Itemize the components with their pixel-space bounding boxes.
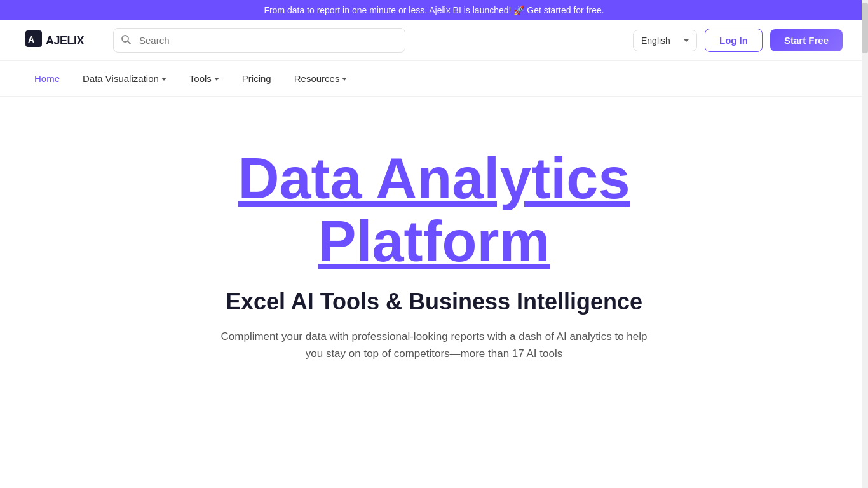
search-icon — [121, 34, 131, 47]
header: A AJELIX English Spanish French German L… — [0, 20, 868, 61]
scrollbar-thumb[interactable] — [862, 3, 868, 53]
chevron-down-icon — [214, 78, 219, 81]
hero-section: Data Analytics Platform Excel AI Tools &… — [0, 97, 868, 388]
svg-line-4 — [128, 41, 130, 44]
chevron-down-icon — [342, 78, 347, 81]
hero-subtitle: Excel AI Tools & Business Intelligence — [226, 288, 642, 315]
nav-item-tools[interactable]: Tools — [180, 68, 228, 89]
svg-text:A: A — [28, 34, 34, 44]
start-free-button[interactable]: Start Free — [770, 29, 843, 51]
nav-item-resources[interactable]: Resources — [285, 68, 356, 89]
logo-svg: A AJELIX — [25, 30, 95, 51]
nav-item-pricing[interactable]: Pricing — [233, 68, 280, 89]
scrollbar-track[interactable] — [862, 0, 868, 388]
svg-text:AJELIX: AJELIX — [46, 34, 85, 47]
nav-item-data-visualization[interactable]: Data Visualization — [74, 68, 175, 89]
navbar: Home Data Visualization Tools Pricing Re… — [0, 61, 868, 97]
logo[interactable]: A AJELIX — [25, 30, 95, 51]
announcement-text: From data to report in one minute or les… — [264, 5, 604, 15]
hero-description: Compliment your data with professional-l… — [218, 328, 650, 362]
chevron-down-icon — [161, 78, 166, 81]
login-button[interactable]: Log In — [705, 29, 763, 52]
language-select[interactable]: English Spanish French German — [633, 30, 697, 51]
search-input[interactable] — [113, 28, 405, 53]
nav-item-home[interactable]: Home — [25, 68, 69, 89]
search-container — [113, 28, 405, 53]
announcement-banner: From data to report in one minute or les… — [0, 0, 868, 20]
hero-title: Data Analytics Platform — [180, 147, 688, 273]
header-right: English Spanish French German Log In Sta… — [633, 29, 843, 52]
